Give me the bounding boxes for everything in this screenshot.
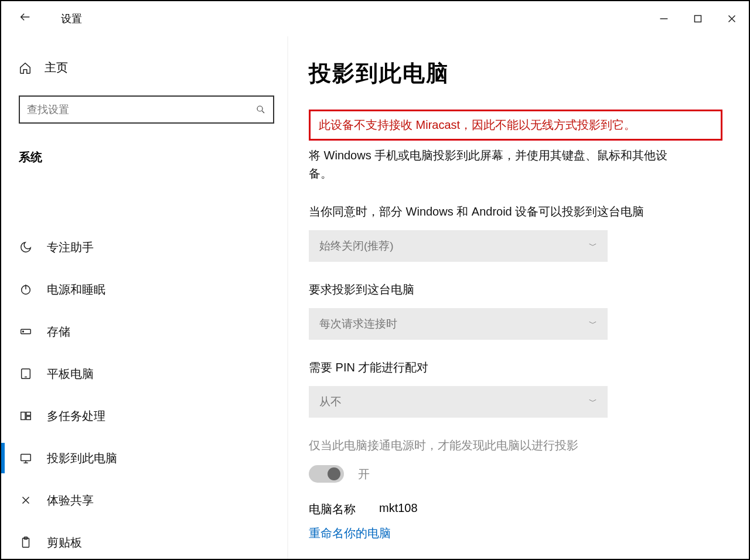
nav-label: 剪贴板: [47, 535, 82, 551]
svg-rect-0: [695, 16, 701, 22]
miracast-unsupported-alert: 此设备不支持接收 Miracast，因此不能以无线方式投影到它。: [309, 110, 722, 141]
moon-icon: [19, 241, 32, 254]
main-layout: 主页 系统 专注助手 电源和睡眠 存储 平板电脑: [1, 36, 749, 559]
setting-label: 当你同意时，部分 Windows 和 Android 设备可以投影到这台电脑: [309, 204, 722, 220]
tablet-icon: [19, 367, 32, 380]
toggle-state-label: 开: [358, 466, 370, 482]
power-only-toggle[interactable]: [309, 465, 344, 483]
nav-label: 电源和睡眠: [47, 282, 105, 298]
clipboard-icon: [19, 536, 32, 549]
sidebar-section-label: 系统: [19, 149, 274, 165]
storage-icon: [19, 325, 32, 338]
content-pane: 投影到此电脑 此设备不支持接收 Miracast，因此不能以无线方式投影到它。 …: [288, 36, 749, 559]
sidebar-item-tablet[interactable]: 平板电脑: [19, 353, 274, 395]
sidebar-item-power-sleep[interactable]: 电源和睡眠: [19, 268, 274, 310]
home-label: 主页: [45, 60, 68, 76]
page-description: 将 Windows 手机或电脑投影到此屏幕，并使用其键盘、鼠标和其他设备。: [309, 146, 684, 183]
toggle-row: 开: [309, 465, 722, 483]
power-only-label: 仅当此电脑接通电源时，才能发现此电脑以进行投影: [309, 438, 722, 453]
setting-require-pin: 需要 PIN 才能进行配对 从不 ﹀: [309, 360, 722, 418]
home-icon: [19, 62, 32, 74]
nav-list: 专注助手 电源和睡眠 存储 平板电脑 多任务处理 投影到此电脑: [19, 226, 274, 560]
titlebar-left: 设置: [19, 11, 82, 27]
minimize-button[interactable]: [647, 1, 681, 36]
maximize-button[interactable]: [681, 1, 715, 36]
nav-label: 存储: [47, 324, 70, 340]
sidebar-item-projecting[interactable]: 投影到此电脑: [19, 437, 274, 479]
chevron-down-icon: ﹀: [589, 397, 597, 407]
search-box[interactable]: [19, 95, 274, 124]
dropdown-value: 每次请求连接时: [319, 316, 397, 332]
maximize-icon: [691, 12, 704, 25]
dropdown-value: 从不: [319, 394, 342, 409]
svg-rect-8: [26, 416, 30, 420]
nav-label: 体验共享: [47, 493, 94, 508]
setting-ask-to-project: 要求投影到这台电脑 每次请求连接时 ﹀: [309, 282, 722, 340]
back-button[interactable]: [19, 11, 32, 27]
sidebar-item-multitasking[interactable]: 多任务处理: [19, 395, 274, 437]
minimize-icon: [657, 12, 670, 25]
project-icon: [19, 452, 32, 465]
close-icon: [725, 12, 738, 25]
dropdown-require-pin[interactable]: 从不 ﹀: [309, 386, 608, 418]
truncated-nav-item: [46, 191, 274, 203]
nav-label: 多任务处理: [47, 408, 105, 424]
window-controls: [647, 1, 749, 36]
page-title: 投影到此电脑: [309, 59, 722, 88]
power-icon: [19, 283, 32, 296]
app-title: 设置: [61, 12, 82, 26]
close-button[interactable]: [715, 1, 749, 36]
sidebar-item-shared-experiences[interactable]: 体验共享: [19, 479, 274, 521]
svg-point-4: [23, 331, 24, 332]
search-input[interactable]: [27, 104, 255, 116]
setting-label: 要求投影到这台电脑: [309, 282, 722, 298]
setting-label: 需要 PIN 才能进行配对: [309, 360, 722, 375]
multitask-icon: [19, 409, 32, 422]
svg-rect-7: [26, 412, 30, 416]
sidebar-item-focus-assist[interactable]: 专注助手: [19, 226, 274, 268]
sidebar: 主页 系统 专注助手 电源和睡眠 存储 平板电脑: [1, 36, 288, 559]
sidebar-item-clipboard[interactable]: 剪贴板: [19, 521, 274, 560]
chevron-down-icon: ﹀: [589, 319, 597, 329]
pc-name-value: mkt108: [379, 501, 418, 517]
arrow-left-icon: [19, 11, 32, 23]
svg-rect-9: [21, 455, 31, 461]
setting-projection-permission: 当你同意时，部分 Windows 和 Android 设备可以投影到这台电脑 始…: [309, 204, 722, 262]
svg-rect-6: [21, 412, 25, 420]
nav-label: 平板电脑: [47, 366, 94, 382]
search-icon: [255, 104, 266, 115]
pc-name-row: 电脑名称 mkt108: [309, 501, 722, 517]
home-button[interactable]: 主页: [19, 60, 274, 76]
toggle-knob: [328, 467, 340, 480]
rename-pc-link[interactable]: 重命名你的电脑: [309, 527, 391, 539]
chevron-down-icon: ﹀: [589, 241, 597, 251]
nav-label: 专注助手: [47, 240, 94, 255]
svg-point-1: [257, 106, 262, 111]
nav-label: 投影到此电脑: [47, 450, 117, 466]
share-icon: [19, 494, 32, 507]
titlebar: 设置: [1, 1, 749, 36]
pc-name-label: 电脑名称: [309, 501, 356, 517]
dropdown-projection-permission[interactable]: 始终关闭(推荐) ﹀: [309, 230, 608, 262]
dropdown-ask-to-project[interactable]: 每次请求连接时 ﹀: [309, 308, 608, 340]
dropdown-value: 始终关闭(推荐): [319, 238, 394, 254]
sidebar-item-storage[interactable]: 存储: [19, 310, 274, 353]
